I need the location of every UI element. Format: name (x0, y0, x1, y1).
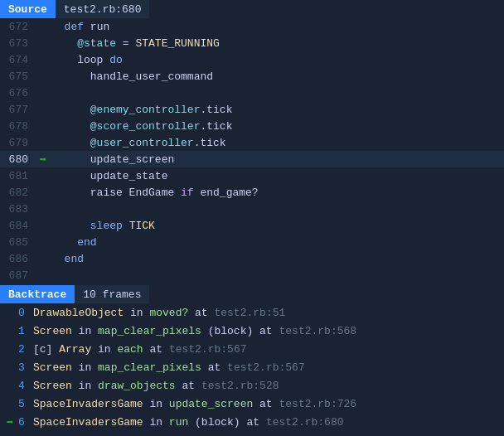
source-header: Source test2.rb:680 (0, 0, 504, 18)
code-line-675: 675 handle_user_command (0, 68, 504, 85)
bt-frame-7[interactable]: 7 [c] Kernel in loop at test2.rb:674 (0, 431, 504, 436)
source-code-area: 672 def run 673 @state = STATE_RUNNING 6… (0, 18, 504, 283)
code-line-672: 672 def run (0, 18, 504, 35)
bt-frame-2[interactable]: 2 [c] Array in each at test2.rb:567 (0, 340, 504, 358)
code-line-683: 683 (0, 201, 504, 217)
code-line-677: 677 @enemy_controller.tick (0, 101, 504, 118)
source-tab[interactable]: Source (0, 0, 56, 18)
backtrace-area: 0 DrawableObject in moved? at test2.rb:5… (0, 303, 504, 436)
backtrace-tab[interactable]: Backtrace (0, 285, 75, 303)
code-line-679: 679 @user_controller.tick (0, 134, 504, 151)
code-line-682: 682 raise EndGame if end_game? (0, 184, 504, 201)
bt-frame-6[interactable]: ➡ 6 SpaceInvadersGame in run (block) at … (0, 413, 504, 431)
code-line-678: 678 @score_controller.tick (0, 118, 504, 134)
frames-count: 10 frames (75, 285, 149, 303)
code-line-676: 676 (0, 85, 504, 101)
backtrace-header: Backtrace 10 frames (0, 285, 504, 303)
bt-frame-3[interactable]: 3 Screen in map_clear_pixels at test2.rb… (0, 358, 504, 376)
bt-frame-5[interactable]: 5 SpaceInvadersGame in update_screen at … (0, 395, 504, 413)
code-line-684: 684 sleep TICK (0, 217, 504, 234)
code-line-686: 686 end (0, 250, 504, 267)
code-line-681: 681 update_state (0, 167, 504, 184)
code-line-680: 680 ➡ update_screen (0, 151, 504, 167)
code-line-673: 673 @state = STATE_RUNNING (0, 35, 504, 51)
bt-frame-4[interactable]: 4 Screen in draw_objects at test2.rb:528 (0, 376, 504, 395)
bt-frame-0[interactable]: 0 DrawableObject in moved? at test2.rb:5… (0, 303, 504, 322)
code-line-685: 685 end (0, 234, 504, 250)
filename-tab[interactable]: test2.rb:680 (56, 0, 150, 18)
code-line-687: 687 (0, 267, 504, 283)
code-line-674: 674 loop do (0, 51, 504, 68)
bt-frame-1[interactable]: 1 Screen in map_clear_pixels (block) at … (0, 322, 504, 340)
